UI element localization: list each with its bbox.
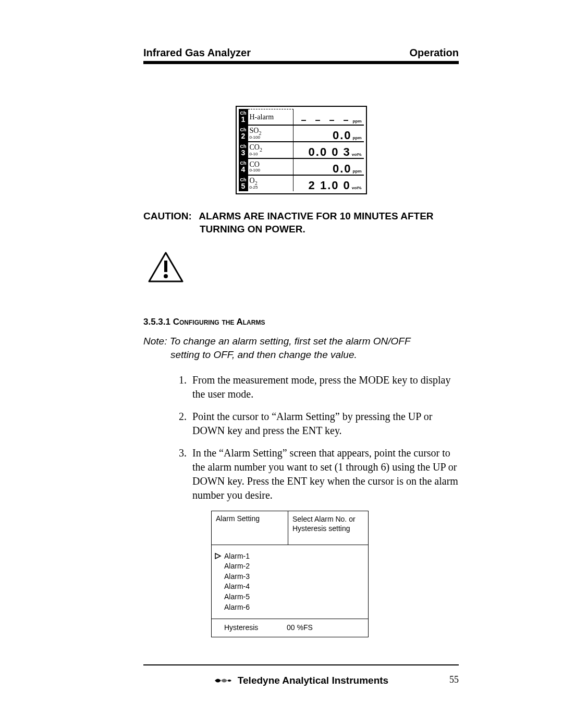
channel-value: – – – –ppm bbox=[293, 109, 364, 125]
footer-rule bbox=[143, 664, 459, 665]
header-right: Operation bbox=[410, 47, 459, 59]
lcd-display: Ch1H-alarm– – – –ppmCh2SO20-1000.0ppmCh3… bbox=[236, 106, 367, 194]
alarm-item: Alarm-3 bbox=[224, 572, 364, 582]
channel-label: H-alarm bbox=[248, 109, 293, 125]
alarm-screen-title: Alarm Setting bbox=[212, 511, 288, 545]
note-line1: Note: To change an alarm setting, first … bbox=[143, 335, 459, 348]
alarm-hint-1: Select Alarm No. or bbox=[292, 514, 364, 524]
alarm-item-label: Alarm-2 bbox=[224, 561, 250, 572]
page-header: Infrared Gas Analyzer Operation bbox=[143, 47, 459, 59]
lcd-row: Ch4CO0-1000.0ppm bbox=[239, 159, 364, 176]
header-left: Infrared Gas Analyzer bbox=[143, 47, 251, 59]
channel-value: 0.0ppm bbox=[293, 159, 364, 175]
lcd-row: Ch5O20-252 1.0 0vol% bbox=[239, 176, 364, 191]
channel-badge: Ch5 bbox=[239, 176, 248, 191]
alarm-item: Alarm-2 bbox=[224, 561, 364, 572]
alarm-screen-header: Alarm Setting Select Alarm No. or Hyster… bbox=[212, 511, 368, 545]
alarm-item-label: Alarm-3 bbox=[224, 572, 250, 582]
channel-value: 0.0 0 3vol% bbox=[293, 142, 364, 158]
caution-text: CAUTION: ALARMS ARE INACTIVE FOR 10 MINU… bbox=[143, 210, 459, 236]
channel-badge: Ch4 bbox=[239, 159, 248, 175]
channel-value: 0.0ppm bbox=[293, 126, 364, 141]
channel-badge: Ch2 bbox=[239, 126, 248, 141]
caution-block: CAUTION: ALARMS ARE INACTIVE FOR 10 MINU… bbox=[143, 210, 459, 236]
alarm-item: Alarm-1 bbox=[224, 551, 364, 562]
cursor-icon bbox=[215, 553, 222, 559]
alarm-setting-screen: Alarm Setting Select Alarm No. or Hyster… bbox=[211, 511, 369, 638]
channel-badge: Ch3 bbox=[239, 142, 248, 158]
hysteresis-value: 00 %FS bbox=[287, 623, 313, 632]
step-item: From the measurement mode, press the MOD… bbox=[189, 373, 459, 401]
alarm-item-label: Alarm-5 bbox=[224, 592, 250, 602]
lcd-row: Ch3CO20-100.0 0 3vol% bbox=[239, 142, 364, 159]
note: Note: To change an alarm setting, first … bbox=[143, 335, 459, 361]
svg-point-2 bbox=[164, 274, 168, 278]
header-rule bbox=[143, 61, 459, 64]
note-line2: setting to OFF, and then change the valu… bbox=[170, 348, 459, 362]
channel-value: 2 1.0 0vol% bbox=[293, 176, 364, 191]
step-item: In the “Alarm Setting” screen that appea… bbox=[189, 446, 459, 502]
steps-list: From the measurement mode, press the MOD… bbox=[189, 373, 459, 502]
alarm-item: Alarm-6 bbox=[224, 602, 364, 613]
svg-marker-3 bbox=[215, 553, 221, 559]
alarm-item: Alarm-4 bbox=[224, 582, 364, 592]
footer: Teledyne Analytical Instruments bbox=[143, 675, 459, 686]
lcd-row: Ch1H-alarm– – – –ppm bbox=[239, 109, 364, 126]
lcd-row: Ch2SO20-1000.0ppm bbox=[239, 126, 364, 142]
alarm-item: Alarm-5 bbox=[224, 592, 364, 602]
channel-label: CO20-10 bbox=[248, 142, 293, 158]
alarm-screen-hint: Select Alarm No. or Hysteresis setting bbox=[288, 511, 368, 545]
alarm-item-label: Alarm-1 bbox=[224, 551, 250, 562]
alarm-hysteresis-row: Hysteresis 00 %FS bbox=[212, 619, 368, 637]
section-number: 3.5.3.1 bbox=[143, 317, 170, 327]
alarm-list: Alarm-1Alarm-2Alarm-3Alarm-4Alarm-5Alarm… bbox=[212, 545, 368, 620]
section-title: Configuring the Alarms bbox=[173, 317, 265, 327]
page: Infrared Gas Analyzer Operation Ch1H-ala… bbox=[0, 0, 563, 728]
caution-label: CAUTION: bbox=[143, 211, 192, 221]
section-heading: 3.5.3.1 Configuring the Alarms bbox=[143, 317, 459, 327]
svg-rect-1 bbox=[164, 261, 167, 272]
caution-body-b: TURNING ON POWER. bbox=[200, 223, 459, 236]
step-item: Point the cursor to “Alarm Setting” by p… bbox=[189, 410, 459, 438]
alarm-item-label: Alarm-4 bbox=[224, 582, 250, 592]
warning-icon bbox=[148, 251, 459, 286]
channel-label: SO20-100 bbox=[248, 126, 293, 141]
brand-logo-icon bbox=[214, 676, 232, 685]
channel-badge: Ch1 bbox=[239, 109, 248, 125]
channel-label: CO0-100 bbox=[248, 159, 293, 175]
hysteresis-label: Hysteresis bbox=[224, 623, 287, 632]
alarm-hint-2: Hysteresis setting bbox=[292, 524, 364, 533]
caution-body-a: ALARMS ARE INACTIVE FOR 10 MINUTES AFTER bbox=[199, 211, 433, 221]
alarm-item-label: Alarm-6 bbox=[224, 602, 250, 613]
page-number: 55 bbox=[449, 674, 459, 685]
footer-brand: Teledyne Analytical Instruments bbox=[238, 675, 388, 686]
channel-label: O20-25 bbox=[248, 176, 293, 191]
